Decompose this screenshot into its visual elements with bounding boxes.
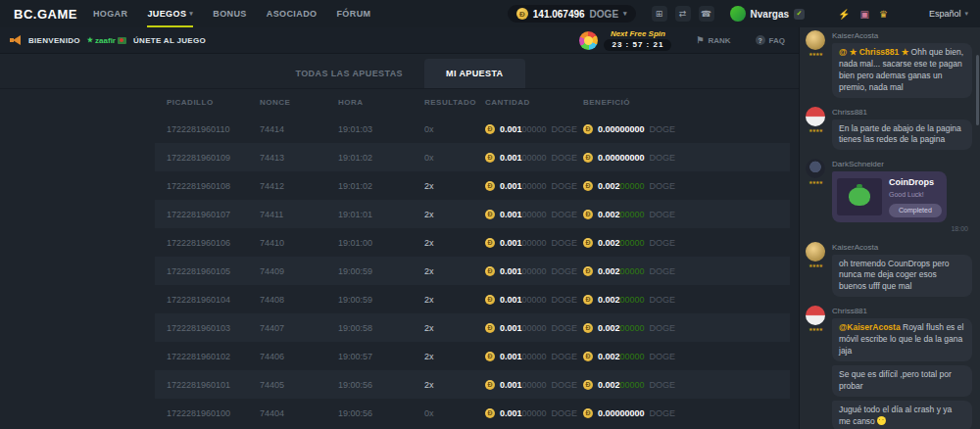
result-cell: 2x	[413, 380, 473, 390]
chat-avatar[interactable]	[806, 159, 825, 178]
nav-item-asociado[interactable]: ASOCIADO	[267, 0, 318, 27]
hash-cell: 1722281960110	[155, 124, 248, 134]
chat-username[interactable]: KaiserAcosta	[832, 243, 972, 252]
table-row[interactable]: 17222819601037440719:00:582xĐ0.00100000D…	[155, 313, 790, 342]
tab-my-bets[interactable]: MI APUESTA	[424, 59, 525, 88]
deposit-icon[interactable]: ⊞	[652, 6, 667, 22]
chat-bubble: @KaiserAcosta Royal flush es el móvil es…	[832, 318, 972, 361]
amount-cell: Đ0.00100000DOGE	[473, 323, 571, 333]
support-icon[interactable]: ☎	[699, 6, 714, 22]
star-icon: ★	[87, 36, 93, 44]
doge-coin-icon: Đ	[485, 295, 495, 305]
chat-avatar[interactable]	[806, 242, 825, 262]
result-cell: 2x	[413, 295, 473, 305]
user-menu[interactable]: Nvargas ✓	[730, 6, 805, 22]
user-mention[interactable]: @KaiserAcosta	[839, 322, 901, 332]
rank-link[interactable]: ⚑ RANK	[696, 35, 730, 45]
table-row[interactable]: 17222819601067441019:01:002xĐ0.00100000D…	[155, 228, 790, 257]
balance-selector[interactable]: Đ 141.067496 DOGE ▾	[508, 5, 636, 23]
amount-cell: Đ0.00100000DOGE	[473, 266, 571, 276]
profit-cell: Đ0.00200000DOGE	[571, 352, 790, 361]
table-row[interactable]: 17222819601077441119:01:012xĐ0.00100000D…	[155, 200, 790, 228]
chat-header-icons: ⚡ ▣ ♛	[838, 9, 888, 20]
doge-coin-icon: Đ	[485, 380, 495, 390]
welcome-bar: BIENVENIDO ★ zaafir ÚNETE AL JUEGO Next …	[0, 27, 799, 54]
nonce-cell: 74411	[248, 210, 326, 219]
free-spin-widget[interactable]: Next Free Spin 23 : 57 : 21	[579, 30, 671, 51]
result-cell: 2x	[413, 181, 473, 191]
time-cell: 19:01:03	[326, 124, 413, 134]
tab-all-bets[interactable]: TODAS LAS APUESTAS	[273, 59, 424, 88]
doge-coin-icon: Đ	[485, 124, 495, 134]
welcome-player[interactable]: ★ zaafir	[87, 36, 126, 45]
welcome-greeting: BIENVENIDO	[28, 36, 80, 45]
doge-coin-icon: Đ	[583, 408, 593, 418]
table-row[interactable]: 17222819601047440819:00:592xĐ0.00100000D…	[155, 285, 790, 313]
faq-link[interactable]: ? FAQ	[756, 35, 785, 45]
spin-timer: 23 : 57 : 21	[604, 39, 671, 51]
rank-stars-icon: ★★★★	[808, 262, 822, 268]
logo[interactable]: BC.GAME	[14, 7, 77, 22]
chat-scrollbar[interactable]	[976, 55, 979, 125]
spin-label: Next Free Spin	[611, 30, 665, 38]
table-row[interactable]: 17222819601057440919:00:592xĐ0.00100000D…	[155, 257, 790, 285]
nav-item-forum[interactable]: FÓRUM	[336, 0, 370, 27]
coindrops-card[interactable]: CoinDropsGood Luck!Completed	[832, 171, 947, 221]
table-row[interactable]: 17222819601107441419:01:030xĐ0.00100000D…	[155, 115, 790, 143]
doge-coin-icon: Đ	[485, 323, 495, 333]
spin-wheel-icon	[579, 31, 598, 50]
chat-user-gutter: ★★★★	[805, 242, 826, 302]
chat-username[interactable]: DarkSchneider	[832, 160, 972, 168]
lightning-icon[interactable]: ⚡	[838, 9, 850, 20]
table-row[interactable]: 17222819601097441319:01:020xĐ0.00100000D…	[155, 143, 790, 171]
table-row[interactable]: 17222819601017440519:00:562xĐ0.00100000D…	[155, 370, 790, 399]
bets-tabs: TODAS LAS APUESTAS MI APUESTA	[0, 54, 799, 89]
result-cell: 2x	[413, 352, 473, 361]
time-cell: 19:00:59	[326, 266, 413, 276]
nonce-cell: 74405	[248, 380, 326, 390]
nonce-cell: 74407	[248, 323, 326, 333]
table-row[interactable]: 17222819601027440619:00:572xĐ0.00100000D…	[155, 342, 790, 370]
rank-stars-icon: ★★★★	[808, 127, 822, 133]
nav-item-bonus[interactable]: BONUS	[213, 0, 247, 27]
user-mention[interactable]: @ ★ Chriss881 ★	[839, 47, 908, 57]
profit-cell: Đ0.00200000DOGE	[571, 380, 790, 390]
time-cell: 19:01:02	[326, 181, 413, 191]
chevron-down-icon: ▾	[189, 10, 193, 18]
result-cell: 0x	[413, 408, 473, 418]
hash-cell: 1722281960100	[155, 408, 248, 418]
profit-cell: Đ0.00200000DOGE	[571, 238, 790, 248]
language-selector[interactable]: Español ▾	[929, 9, 968, 19]
nonce-cell: 74412	[248, 181, 326, 191]
profit-cell: Đ0.00200000DOGE	[571, 181, 790, 191]
chat-username[interactable]: Chriss881	[832, 108, 972, 117]
rank-stars-icon: ★★★★	[808, 51, 822, 57]
top-navbar: BC.GAME HOGAR JUEGOS▾ BONUS ASOCIADO FÓR…	[0, 0, 980, 27]
chat-username[interactable]: Chriss881	[832, 307, 972, 315]
nonce-cell: 74413	[248, 153, 326, 163]
chat-avatar[interactable]	[806, 306, 825, 325]
col-nonce: NONCE	[248, 98, 326, 107]
amount-cell: Đ0.00100000DOGE	[473, 238, 571, 248]
chat-message-group: ★★★★DarkSchneiderCoinDropsGood Luck!Comp…	[805, 159, 972, 236]
balance-currency: DOGE	[590, 9, 618, 20]
table-row[interactable]: 17222819601007440419:00:560xĐ0.00100000D…	[155, 399, 790, 427]
wallet-actions: ⊞ ⇄ ☎	[652, 6, 714, 22]
table-row[interactable]: 17222819601087441219:01:022xĐ0.00100000D…	[155, 171, 790, 200]
swap-icon[interactable]: ⇄	[675, 6, 691, 22]
amount-cell: Đ0.00100000DOGE	[473, 408, 571, 418]
time-cell: 19:00:56	[326, 380, 413, 390]
col-time: HORA	[326, 98, 413, 107]
chat-avatar[interactable]	[806, 30, 825, 50]
trophy-icon[interactable]: ♛	[879, 9, 888, 20]
result-cell: 2x	[413, 323, 473, 333]
nav-item-hogar[interactable]: HOGAR	[93, 0, 128, 27]
nav-item-juegos[interactable]: JUEGOS▾	[147, 0, 193, 27]
chat-avatar[interactable]	[806, 107, 825, 126]
coindrops-completed-button[interactable]: Completed	[889, 204, 942, 217]
chat-username[interactable]: KaiserAcosta	[832, 31, 972, 40]
doge-coin-icon: Đ	[485, 408, 495, 418]
gift-icon[interactable]: ▣	[860, 9, 869, 20]
chat-user-gutter: ★★★★	[805, 159, 826, 236]
result-cell: 2x	[413, 210, 473, 219]
